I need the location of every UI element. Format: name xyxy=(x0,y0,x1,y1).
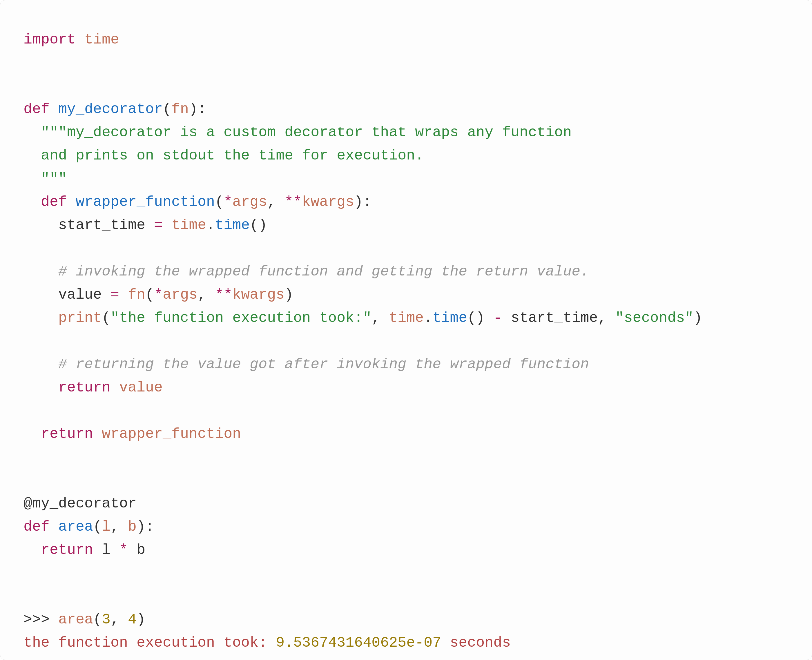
line-12: value = fn(*args, **kwargs) xyxy=(58,287,293,303)
param-args: args xyxy=(232,194,267,210)
line-23: return l * b xyxy=(41,542,145,558)
output-result: 12 xyxy=(24,658,41,660)
line-22: def area(l, b): xyxy=(24,519,154,535)
fn-wrapper_function: wrapper_function xyxy=(76,194,215,210)
repl-prompt: >>> xyxy=(24,611,58,628)
output-line-1: the function execution took: 9.536743164… xyxy=(24,635,511,651)
code-block: import time def my_decorator(fn): """my_… xyxy=(0,0,812,660)
kw-def: def xyxy=(24,101,49,117)
comment-return: # returning the value got after invoking… xyxy=(58,356,589,373)
kw-import: import xyxy=(24,31,76,48)
line-9: start_time = time.time() xyxy=(58,217,267,233)
docstring-line-1: """my_decorator is a custom decorator th… xyxy=(41,124,572,141)
docstring-line-3: """ xyxy=(24,170,67,187)
fn-area: area xyxy=(58,519,93,535)
line-8: def wrapper_function(*args, **kwargs): xyxy=(41,194,371,210)
line-16: return value xyxy=(58,379,163,396)
line-13: print("the function execution took:", ti… xyxy=(58,310,703,326)
decorator-line: @my_decorator xyxy=(24,495,136,512)
docstring-line-2: and prints on stdout the time for execut… xyxy=(24,147,424,164)
fn-my_decorator: my_decorator xyxy=(58,101,163,117)
fn-print: print xyxy=(58,310,102,326)
repl-line: >>> area(3, 4) xyxy=(24,611,145,628)
line-4: def my_decorator(fn): xyxy=(24,101,206,117)
module-time: time xyxy=(84,31,119,48)
line-18: return wrapper_function xyxy=(41,426,241,442)
param-kwargs: kwargs xyxy=(302,194,354,210)
comment-invoke: # invoking the wrapped function and gett… xyxy=(58,263,589,280)
param-fn: fn xyxy=(171,101,189,117)
line-1: import time xyxy=(24,31,119,48)
